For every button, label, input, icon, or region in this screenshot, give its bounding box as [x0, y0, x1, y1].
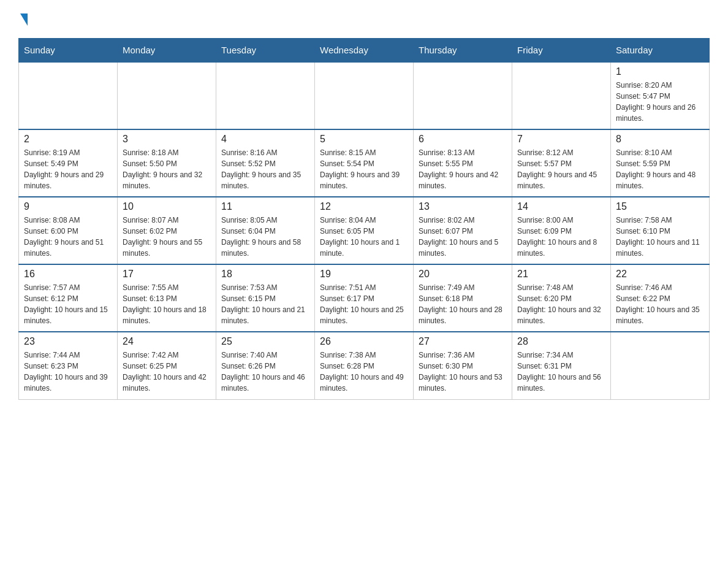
day-info: Sunrise: 8:02 AM Sunset: 6:07 PM Dayligh…	[419, 215, 507, 259]
day-number: 27	[419, 336, 507, 347]
logo-triangle-icon	[20, 13, 28, 26]
day-info: Sunrise: 7:58 AM Sunset: 6:10 PM Dayligh…	[616, 215, 704, 259]
calendar-cell	[315, 62, 414, 129]
column-header-friday: Friday	[512, 39, 611, 63]
day-info: Sunrise: 8:15 AM Sunset: 5:54 PM Dayligh…	[320, 147, 408, 191]
calendar-cell: 22Sunrise: 7:46 AM Sunset: 6:22 PM Dayli…	[611, 264, 710, 332]
day-info: Sunrise: 7:48 AM Sunset: 6:20 PM Dayligh…	[517, 282, 605, 326]
day-info: Sunrise: 7:57 AM Sunset: 6:12 PM Dayligh…	[24, 282, 112, 326]
day-number: 24	[123, 336, 211, 347]
calendar-cell	[118, 62, 216, 129]
day-info: Sunrise: 8:05 AM Sunset: 6:04 PM Dayligh…	[221, 215, 309, 259]
calendar-cell: 7Sunrise: 8:12 AM Sunset: 5:57 PM Daylig…	[512, 129, 611, 197]
calendar-cell: 5Sunrise: 8:15 AM Sunset: 5:54 PM Daylig…	[315, 129, 414, 197]
day-number: 8	[616, 134, 704, 145]
header-row: SundayMondayTuesdayWednesdayThursdayFrid…	[19, 39, 710, 63]
day-number: 12	[320, 201, 408, 212]
day-number: 17	[123, 269, 211, 280]
day-number: 21	[517, 269, 605, 280]
day-info: Sunrise: 8:10 AM Sunset: 5:59 PM Dayligh…	[616, 147, 704, 191]
day-info: Sunrise: 8:00 AM Sunset: 6:09 PM Dayligh…	[517, 215, 605, 259]
calendar-cell: 16Sunrise: 7:57 AM Sunset: 6:12 PM Dayli…	[19, 264, 118, 332]
calendar-cell: 1Sunrise: 8:20 AM Sunset: 5:47 PM Daylig…	[611, 62, 710, 129]
column-header-sunday: Sunday	[19, 39, 118, 63]
day-number: 18	[221, 269, 309, 280]
day-info: Sunrise: 7:53 AM Sunset: 6:15 PM Dayligh…	[221, 282, 309, 326]
calendar-body: 1Sunrise: 8:20 AM Sunset: 5:47 PM Daylig…	[19, 62, 710, 399]
day-number: 15	[616, 201, 704, 212]
column-header-wednesday: Wednesday	[315, 39, 414, 63]
day-info: Sunrise: 8:12 AM Sunset: 5:57 PM Dayligh…	[517, 147, 605, 191]
calendar-table: SundayMondayTuesdayWednesdayThursdayFrid…	[18, 38, 710, 400]
day-info: Sunrise: 8:13 AM Sunset: 5:55 PM Dayligh…	[419, 147, 507, 191]
day-info: Sunrise: 7:44 AM Sunset: 6:23 PM Dayligh…	[24, 350, 112, 394]
day-number: 3	[123, 134, 211, 145]
calendar-cell: 18Sunrise: 7:53 AM Sunset: 6:15 PM Dayli…	[216, 264, 315, 332]
day-number: 23	[24, 336, 112, 347]
calendar-cell: 25Sunrise: 7:40 AM Sunset: 6:26 PM Dayli…	[216, 332, 315, 399]
day-number: 5	[320, 134, 408, 145]
day-info: Sunrise: 8:08 AM Sunset: 6:00 PM Dayligh…	[24, 215, 112, 259]
calendar-cell: 4Sunrise: 8:16 AM Sunset: 5:52 PM Daylig…	[216, 129, 315, 197]
calendar-cell: 27Sunrise: 7:36 AM Sunset: 6:30 PM Dayli…	[414, 332, 512, 399]
calendar-cell: 3Sunrise: 8:18 AM Sunset: 5:50 PM Daylig…	[118, 129, 216, 197]
column-header-saturday: Saturday	[611, 39, 710, 63]
calendar-cell: 10Sunrise: 8:07 AM Sunset: 6:02 PM Dayli…	[118, 197, 216, 264]
calendar-header: SundayMondayTuesdayWednesdayThursdayFrid…	[19, 39, 710, 63]
calendar-cell: 21Sunrise: 7:48 AM Sunset: 6:20 PM Dayli…	[512, 264, 611, 332]
day-number: 10	[123, 201, 211, 212]
day-number: 4	[221, 134, 309, 145]
day-info: Sunrise: 7:40 AM Sunset: 6:26 PM Dayligh…	[221, 350, 309, 394]
day-number: 19	[320, 269, 408, 280]
day-number: 6	[419, 134, 507, 145]
day-number: 9	[24, 201, 112, 212]
week-row-4: 16Sunrise: 7:57 AM Sunset: 6:12 PM Dayli…	[19, 264, 710, 332]
day-number: 1	[616, 66, 704, 77]
logo	[18, 12, 28, 26]
day-info: Sunrise: 7:46 AM Sunset: 6:22 PM Dayligh…	[616, 282, 704, 326]
day-info: Sunrise: 7:51 AM Sunset: 6:17 PM Dayligh…	[320, 282, 408, 326]
day-number: 22	[616, 269, 704, 280]
day-info: Sunrise: 7:42 AM Sunset: 6:25 PM Dayligh…	[123, 350, 211, 394]
day-number: 11	[221, 201, 309, 212]
calendar-cell	[512, 62, 611, 129]
calendar-cell: 28Sunrise: 7:34 AM Sunset: 6:31 PM Dayli…	[512, 332, 611, 399]
calendar-cell: 19Sunrise: 7:51 AM Sunset: 6:17 PM Dayli…	[315, 264, 414, 332]
week-row-5: 23Sunrise: 7:44 AM Sunset: 6:23 PM Dayli…	[19, 332, 710, 399]
calendar-cell: 26Sunrise: 7:38 AM Sunset: 6:28 PM Dayli…	[315, 332, 414, 399]
day-info: Sunrise: 7:34 AM Sunset: 6:31 PM Dayligh…	[517, 350, 605, 394]
calendar-cell	[19, 62, 118, 129]
column-header-thursday: Thursday	[414, 39, 512, 63]
day-info: Sunrise: 8:07 AM Sunset: 6:02 PM Dayligh…	[123, 215, 211, 259]
day-number: 25	[221, 336, 309, 347]
calendar-cell: 11Sunrise: 8:05 AM Sunset: 6:04 PM Dayli…	[216, 197, 315, 264]
day-info: Sunrise: 8:18 AM Sunset: 5:50 PM Dayligh…	[123, 147, 211, 191]
day-info: Sunrise: 7:55 AM Sunset: 6:13 PM Dayligh…	[123, 282, 211, 326]
day-info: Sunrise: 7:49 AM Sunset: 6:18 PM Dayligh…	[419, 282, 507, 326]
day-number: 20	[419, 269, 507, 280]
week-row-3: 9Sunrise: 8:08 AM Sunset: 6:00 PM Daylig…	[19, 197, 710, 264]
calendar-cell: 20Sunrise: 7:49 AM Sunset: 6:18 PM Dayli…	[414, 264, 512, 332]
calendar-cell: 17Sunrise: 7:55 AM Sunset: 6:13 PM Dayli…	[118, 264, 216, 332]
week-row-2: 2Sunrise: 8:19 AM Sunset: 5:49 PM Daylig…	[19, 129, 710, 197]
column-header-monday: Monday	[118, 39, 216, 63]
calendar-cell	[414, 62, 512, 129]
column-header-tuesday: Tuesday	[216, 39, 315, 63]
day-info: Sunrise: 7:38 AM Sunset: 6:28 PM Dayligh…	[320, 350, 408, 394]
day-info: Sunrise: 8:04 AM Sunset: 6:05 PM Dayligh…	[320, 215, 408, 259]
day-info: Sunrise: 8:16 AM Sunset: 5:52 PM Dayligh…	[221, 147, 309, 191]
calendar-cell: 15Sunrise: 7:58 AM Sunset: 6:10 PM Dayli…	[611, 197, 710, 264]
calendar-cell: 14Sunrise: 8:00 AM Sunset: 6:09 PM Dayli…	[512, 197, 611, 264]
day-number: 16	[24, 269, 112, 280]
day-number: 14	[517, 201, 605, 212]
calendar-cell: 8Sunrise: 8:10 AM Sunset: 5:59 PM Daylig…	[611, 129, 710, 197]
day-number: 26	[320, 336, 408, 347]
calendar-cell: 12Sunrise: 8:04 AM Sunset: 6:05 PM Dayli…	[315, 197, 414, 264]
calendar-cell	[611, 332, 710, 399]
day-info: Sunrise: 7:36 AM Sunset: 6:30 PM Dayligh…	[419, 350, 507, 394]
day-number: 13	[419, 201, 507, 212]
week-row-1: 1Sunrise: 8:20 AM Sunset: 5:47 PM Daylig…	[19, 62, 710, 129]
day-info: Sunrise: 8:20 AM Sunset: 5:47 PM Dayligh…	[616, 80, 704, 124]
calendar-cell: 24Sunrise: 7:42 AM Sunset: 6:25 PM Dayli…	[118, 332, 216, 399]
page-header	[18, 12, 710, 26]
